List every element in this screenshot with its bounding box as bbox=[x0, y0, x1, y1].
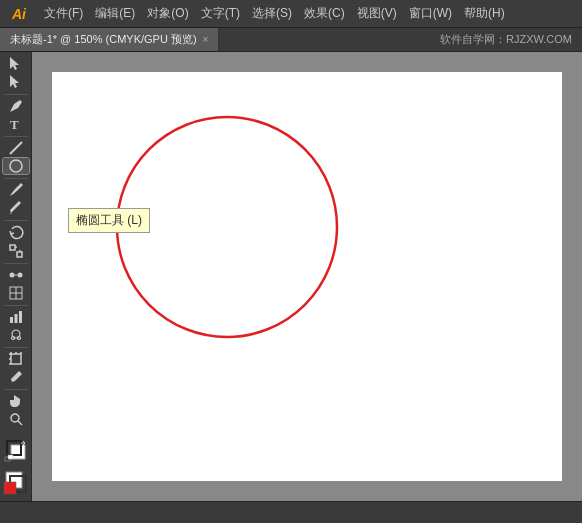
artboard-tool[interactable] bbox=[3, 351, 29, 367]
status-bar bbox=[0, 501, 582, 523]
menu-help[interactable]: 帮助(H) bbox=[458, 3, 511, 24]
ellipse-tool[interactable] bbox=[3, 158, 29, 174]
menu-view[interactable]: 视图(V) bbox=[351, 3, 403, 24]
svg-marker-0 bbox=[10, 57, 19, 70]
svg-point-10 bbox=[17, 272, 22, 277]
svg-rect-6 bbox=[17, 252, 22, 257]
svg-rect-5 bbox=[10, 245, 15, 250]
svg-marker-1 bbox=[10, 75, 19, 88]
svg-rect-21 bbox=[11, 354, 21, 364]
type-tool[interactable]: T bbox=[3, 116, 29, 132]
canvas-paper bbox=[52, 72, 562, 481]
canvas-area[interactable]: 椭圆工具 (L) bbox=[32, 52, 582, 501]
svg-rect-16 bbox=[14, 314, 17, 323]
svg-rect-15 bbox=[10, 317, 13, 323]
paintbrush-tool[interactable] bbox=[3, 182, 29, 198]
rotate-tool[interactable] bbox=[3, 225, 29, 241]
menu-type[interactable]: 文字(T) bbox=[195, 3, 246, 24]
menu-file[interactable]: 文件(F) bbox=[38, 3, 89, 24]
hand-tool[interactable] bbox=[3, 393, 29, 409]
color-indicator[interactable] bbox=[3, 437, 29, 463]
svg-point-37 bbox=[117, 117, 337, 337]
svg-point-20 bbox=[17, 336, 20, 339]
svg-rect-36 bbox=[4, 482, 16, 494]
eyedropper-tool[interactable] bbox=[3, 369, 29, 385]
menu-window[interactable]: 窗口(W) bbox=[403, 3, 458, 24]
menu-select[interactable]: 选择(S) bbox=[246, 3, 298, 24]
pen-tool[interactable] bbox=[3, 98, 29, 114]
title-bar: Ai 文件(F) 编辑(E) 对象(O) 文字(T) 选择(S) 效果(C) 视… bbox=[0, 0, 582, 28]
svg-rect-17 bbox=[19, 311, 22, 323]
direct-selection-tool[interactable] bbox=[3, 74, 29, 90]
document-tab[interactable]: 未标题-1* @ 150% (CMYK/GPU 预览) × bbox=[0, 28, 219, 51]
tab-label: 未标题-1* @ 150% (CMYK/GPU 预览) bbox=[10, 32, 197, 47]
zoom-tool[interactable] bbox=[3, 411, 29, 427]
blend-tool[interactable] bbox=[3, 267, 29, 283]
tab-close-button[interactable]: × bbox=[203, 34, 209, 45]
svg-text:T: T bbox=[10, 117, 19, 132]
svg-rect-33 bbox=[8, 455, 13, 459]
svg-point-28 bbox=[11, 414, 19, 422]
mesh-tool[interactable] bbox=[3, 285, 29, 301]
selection-tool[interactable] bbox=[3, 56, 29, 72]
graph-tool[interactable] bbox=[3, 309, 29, 325]
svg-point-19 bbox=[11, 336, 14, 339]
menu-effect[interactable]: 效果(C) bbox=[298, 3, 351, 24]
pencil-tool[interactable] bbox=[3, 200, 29, 216]
scale-tool[interactable] bbox=[3, 243, 29, 259]
menu-edit[interactable]: 编辑(E) bbox=[89, 3, 141, 24]
fill-stroke-indicator[interactable] bbox=[3, 469, 29, 497]
line-tool[interactable] bbox=[3, 140, 29, 156]
svg-line-3 bbox=[10, 142, 22, 154]
ai-logo: Ai bbox=[4, 2, 34, 26]
svg-point-9 bbox=[9, 272, 14, 277]
svg-point-4 bbox=[10, 160, 22, 172]
main-area: T bbox=[0, 52, 582, 501]
symbol-sprayer-tool[interactable] bbox=[3, 327, 29, 343]
tab-bar: 未标题-1* @ 150% (CMYK/GPU 预览) × 软件自学网：RJZX… bbox=[0, 28, 582, 52]
tab-right-info: 软件自学网：RJZXW.COM bbox=[430, 32, 582, 47]
ellipse-object[interactable] bbox=[112, 112, 342, 342]
menu-bar: 文件(F) 编辑(E) 对象(O) 文字(T) 选择(S) 效果(C) 视图(V… bbox=[38, 3, 578, 24]
menu-object[interactable]: 对象(O) bbox=[141, 3, 194, 24]
left-toolbar: T bbox=[0, 52, 32, 501]
svg-line-29 bbox=[18, 421, 22, 425]
